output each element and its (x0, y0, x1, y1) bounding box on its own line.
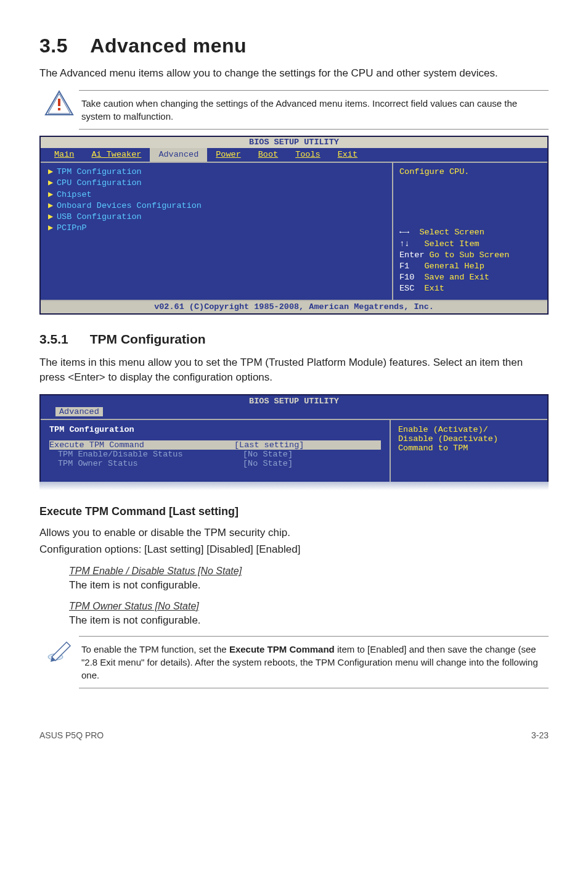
footer-left: ASUS P5Q PRO (39, 730, 104, 740)
bios-menu-item: ▶Onboard Devices Configuration (48, 200, 385, 212)
sub-item-title: TPM Enable / Disable Status [No State] (69, 566, 549, 577)
bios-tab-boot: Boot (250, 148, 287, 162)
bios-menu-item: ▶USB Configuration (48, 212, 385, 223)
bios-menu-pane: ▶TPM Configuration ▶CPU Configuration ▶C… (41, 163, 393, 300)
caution-note: Take caution when changing the settings … (39, 90, 549, 130)
exec-desc-1: Allows you to enable or disable the TPM … (39, 526, 549, 541)
bios2-help-line: Enable (Activate)/ (398, 425, 540, 434)
bios-main-screenshot: BIOS SETUP UTILITY Main Ai Tweaker Advan… (39, 136, 549, 315)
bios-help-pane: Configure CPU. ←→ Select Screen ↑↓ Selec… (393, 163, 547, 300)
bios2-row-label: TPM Owner Status (49, 459, 243, 468)
bios-menu-item: ▶CPU Configuration (48, 178, 385, 189)
bios2-panel-header: TPM Configuration (49, 425, 381, 434)
bios2-help-line: Disable (Deactivate) (398, 434, 540, 444)
bios-tab-bar: Main Ai Tweaker Advanced Power Boot Tool… (41, 148, 547, 162)
exec-desc-2: Configuration options: [Last setting] [D… (39, 542, 549, 558)
bios-menu-label: Onboard Devices Configuration (57, 201, 202, 210)
subsection-intro: The items in this menu allow you to set … (39, 355, 549, 386)
bios-menu-item: ▶Chipset (48, 189, 385, 200)
bios-tab-main: Main (46, 148, 83, 162)
page-title: 3.5 Advanced menu (39, 35, 549, 57)
bios-menu-label: USB Configuration (57, 212, 142, 221)
bios2-left-pane: TPM Configuration Execute TPM Command [L… (41, 420, 391, 482)
note-bold: Execute TPM Command (229, 644, 335, 654)
intro-text: The Advanced menu items allow you to cha… (39, 66, 549, 81)
bios-menu-label: CPU Configuration (57, 178, 142, 188)
bios2-row-value: [No State] (243, 450, 293, 459)
bios-title: BIOS SETUP UTILITY (41, 137, 547, 148)
bios2-help-line: Command to TPM (398, 444, 540, 453)
bios2-row-label: Execute TPM Command (49, 440, 234, 450)
bios2-row: TPM Enable/Disable Status [No State] (49, 450, 381, 459)
bios-menu-label: Chipset (57, 190, 92, 199)
section-title: Advanced menu (90, 35, 247, 57)
exec-heading: Execute TPM Command [Last setting] (39, 505, 549, 518)
bios-help-text: Configure CPU. (399, 167, 541, 178)
bios2-row-selected: Execute TPM Command [Last setting] (49, 440, 381, 450)
bios-keyhelp: ←→ Select Screen ↑↓ Select Item Enter Go… (399, 227, 541, 294)
info-note-text: To enable the TPM function, set the Exec… (79, 636, 549, 688)
bios2-row-value: [No State] (243, 459, 293, 468)
bios-tab-tools: Tools (287, 148, 329, 162)
bios-tab-ai-tweaker: Ai Tweaker (83, 148, 150, 162)
bios2-row-value: [Last setting] (234, 440, 304, 450)
svg-rect-2 (58, 99, 60, 106)
footer-right: 3-23 (531, 730, 549, 740)
pencil-icon (39, 636, 79, 663)
bios2-fade (39, 482, 549, 490)
note-pre: To enable the TPM function, set the (81, 644, 229, 654)
bios2-title: BIOS SETUP UTILITY (41, 395, 547, 407)
info-note: To enable the TPM function, set the Exec… (39, 636, 549, 688)
section-number: 3.5 (39, 35, 68, 57)
sub-item-title: TPM Owner Status [No State] (69, 601, 549, 612)
svg-rect-3 (58, 108, 60, 110)
warning-icon (39, 90, 79, 117)
subsection-heading: 3.5.1 TPM Configuration (39, 332, 549, 347)
bios2-tab-advanced: Advanced (55, 407, 103, 416)
bios-tab-power: Power (207, 148, 250, 162)
sub-item-desc: The item is not configurable. (69, 613, 549, 629)
bios2-row: TPM Owner Status [No State] (49, 459, 381, 468)
page-footer: ASUS P5Q PRO 3-23 (39, 730, 549, 740)
bios2-help-pane: Enable (Activate)/ Disable (Deactivate) … (391, 420, 547, 482)
bios-tab-exit: Exit (329, 148, 366, 162)
bios-menu-item: ▶TPM Configuration (48, 167, 385, 178)
subsection-number: 3.5.1 (39, 332, 68, 346)
sub-item-desc: The item is not configurable. (69, 578, 549, 593)
subsection-title: TPM Configuration (90, 332, 206, 346)
bios-footer: v02.61 (C)Copyright 1985-2008, American … (41, 300, 547, 313)
bios-menu-label: TPM Configuration (57, 167, 142, 176)
bios-tab-advanced: Advanced (150, 148, 207, 162)
bios2-row-label: TPM Enable/Disable Status (49, 450, 243, 459)
bios-menu-label: PCIPnP (57, 223, 87, 233)
bios-tpm-screenshot: BIOS SETUP UTILITY Advanced TPM Configur… (39, 394, 549, 483)
bios-menu-item: ▶PCIPnP (48, 223, 385, 234)
sub-item-block: TPM Enable / Disable Status [No State] T… (69, 566, 549, 628)
caution-text: Take caution when changing the settings … (79, 90, 549, 130)
